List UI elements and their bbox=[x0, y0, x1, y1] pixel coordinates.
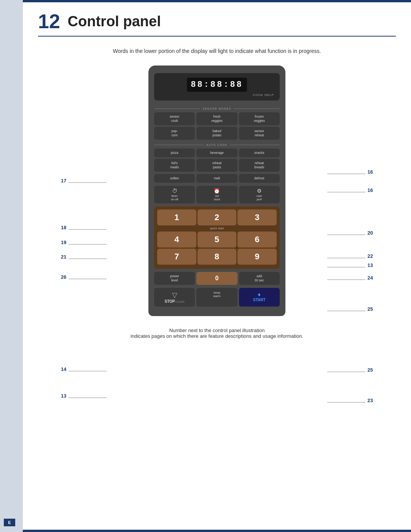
left-annotation-26: 26 bbox=[61, 274, 66, 280]
right-annotation-24: 24 bbox=[368, 275, 373, 281]
right-annotation-23: 23 bbox=[368, 398, 373, 403]
e-badge: E bbox=[4, 519, 15, 526]
right-annotation-25a: 25 bbox=[368, 306, 373, 312]
frozen-veggies-btn[interactable]: frozenveggies bbox=[239, 112, 280, 125]
right-annotation-25b: 25 bbox=[368, 367, 373, 373]
sensor-modes-row2: pop-corn bakedpotato sensorreheat bbox=[154, 127, 280, 140]
timer-label: timeron-off bbox=[171, 194, 178, 201]
auto-cook-divider: AUTO COOK bbox=[154, 144, 280, 146]
footer-line2: indicates pages on which there are featu… bbox=[38, 333, 396, 339]
num-8-btn[interactable]: 8 bbox=[198, 249, 237, 265]
quick-start-label: quick start bbox=[157, 227, 277, 230]
stop-icon: ▽ bbox=[156, 291, 193, 299]
defrost-btn[interactable]: defrost bbox=[239, 174, 280, 183]
stop-clear-btn[interactable]: ▽ STOP/CLEAR bbox=[154, 288, 195, 307]
left-annotation-14: 14 bbox=[61, 366, 66, 372]
ann-line-20 bbox=[327, 235, 365, 235]
right-annotation-20: 20 bbox=[368, 230, 373, 236]
start-btn[interactable]: ⬧ START bbox=[239, 288, 280, 307]
sidebar-accent bbox=[0, 0, 23, 532]
power-level-btn[interactable]: powerlevel bbox=[154, 272, 195, 285]
digits: 88:88:88 bbox=[191, 80, 243, 89]
ann-line-25a bbox=[327, 311, 365, 311]
ann-line-16a bbox=[327, 174, 365, 174]
header: 12 Control panel bbox=[38, 0, 396, 37]
left-annotation-13: 13 bbox=[61, 393, 66, 399]
ann-line-22 bbox=[327, 258, 365, 258]
footer-text: Number next to the control panel illustr… bbox=[38, 328, 396, 339]
beverage-btn[interactable]: beverage bbox=[196, 149, 237, 157]
melt-btn[interactable]: melt bbox=[196, 174, 237, 183]
user-pref-btn[interactable]: ⚙ userpref bbox=[239, 186, 280, 203]
pizza-btn[interactable]: pizza bbox=[154, 149, 195, 157]
num-4-btn[interactable]: 4 bbox=[157, 232, 196, 248]
left-annotation-17: 17 bbox=[61, 178, 66, 184]
num-7-btn[interactable]: 7 bbox=[157, 249, 196, 265]
sensor-reheat-btn[interactable]: sensorreheat bbox=[239, 127, 280, 140]
right-annotation-16b: 16 bbox=[368, 187, 373, 193]
ann-line-13-left bbox=[68, 398, 107, 398]
num-2-btn[interactable]: 2 bbox=[198, 209, 237, 225]
start-icon: ⬧ bbox=[257, 291, 261, 298]
clock-icon: ⏰ bbox=[213, 188, 220, 193]
num-0-btn[interactable]: 0 bbox=[196, 272, 237, 285]
reheat-pasta-btn[interactable]: reheatpasta bbox=[196, 159, 237, 172]
left-annotation-19: 19 bbox=[61, 240, 66, 245]
num-6-btn[interactable]: 6 bbox=[237, 232, 277, 248]
ann-line-26 bbox=[68, 279, 107, 279]
kids-meals-btn[interactable]: kid'smeals bbox=[154, 159, 195, 172]
icon-buttons-row: ⏱ timeron-off ⏰ setclock ⚙ userpref bbox=[154, 186, 280, 203]
sensor-modes-row1: sensorcook freshveggies frozenveggies bbox=[154, 112, 280, 125]
set-clock-label: setclock bbox=[213, 194, 220, 201]
display-area: 88:88:88 COOK HELP bbox=[154, 73, 280, 101]
soften-row: soften melt defrost bbox=[154, 174, 280, 183]
left-annotation-18: 18 bbox=[61, 225, 66, 230]
cook-help-label: COOK HELP bbox=[160, 93, 274, 97]
keep-warm-btn[interactable]: keepwarm bbox=[196, 288, 237, 307]
ann-line-18 bbox=[68, 229, 107, 230]
ann-line-13-right bbox=[327, 267, 365, 267]
right-annotation-13: 13 bbox=[368, 262, 373, 268]
fresh-veggies-btn[interactable]: freshveggies bbox=[196, 112, 237, 125]
right-annotation-22: 22 bbox=[368, 253, 373, 259]
reheat-breads-btn[interactable]: reheatbreads bbox=[239, 159, 280, 172]
right-annotation-16a: 16 bbox=[368, 169, 373, 175]
add-30sec-btn[interactable]: add30 sec bbox=[239, 272, 280, 285]
ann-line-25b bbox=[327, 372, 365, 372]
timer-on-off-btn[interactable]: ⏱ timeron-off bbox=[154, 186, 195, 203]
sensor-cook-btn[interactable]: sensorcook bbox=[154, 112, 195, 125]
left-annotation-21: 21 bbox=[61, 254, 66, 260]
footer-line1: Number next to the control panel illustr… bbox=[38, 328, 396, 333]
timer-icon: ⏱ bbox=[172, 188, 177, 193]
auto-cook-row2: kid'smeals reheatpasta reheatbreads bbox=[154, 159, 280, 172]
start-label: START bbox=[253, 298, 266, 302]
description-text: Words in the lower portion of the displa… bbox=[38, 48, 396, 54]
user-pref-label: userpref bbox=[256, 194, 262, 201]
ann-line-19 bbox=[68, 244, 107, 244]
panel-annotations-container: 88:88:88 COOK HELP SENSOR MODES sensorco… bbox=[53, 66, 381, 316]
ann-line-17 bbox=[68, 182, 107, 183]
keep-warm-label: keepwarm bbox=[198, 291, 236, 298]
soften-btn[interactable]: soften bbox=[154, 174, 195, 183]
snacks-btn[interactable]: snacks bbox=[239, 149, 280, 157]
popcorn-btn[interactable]: pop-corn bbox=[154, 127, 195, 140]
sensor-modes-label: SENSOR MODES bbox=[200, 107, 233, 110]
num-1-btn[interactable]: 1 bbox=[157, 209, 196, 225]
baked-potato-btn[interactable]: bakedpotato bbox=[196, 127, 237, 140]
action-row: ▽ STOP/CLEAR keepwarm ⬧ START bbox=[154, 288, 280, 307]
chapter-number: 12 bbox=[38, 11, 60, 31]
num-5-btn[interactable]: 5 bbox=[198, 232, 237, 248]
user-pref-icon: ⚙ bbox=[257, 188, 262, 193]
ann-line-21 bbox=[68, 259, 107, 259]
ann-line-14 bbox=[68, 371, 107, 371]
num-9-btn[interactable]: 9 bbox=[237, 249, 277, 265]
ann-line-16b bbox=[327, 192, 365, 192]
sensor-modes-divider: SENSOR MODES bbox=[154, 107, 280, 110]
chapter-title: Control panel bbox=[68, 13, 161, 30]
bottom-function-row: powerlevel 0 add30 sec bbox=[154, 272, 280, 285]
digit-display: 88:88:88 bbox=[187, 78, 247, 92]
set-clock-btn[interactable]: ⏰ setclock bbox=[196, 186, 237, 203]
num-grid-row2: 4 5 6 bbox=[157, 232, 277, 248]
auto-cook-label: AUTO COOK bbox=[204, 144, 229, 146]
num-3-btn[interactable]: 3 bbox=[237, 209, 277, 225]
